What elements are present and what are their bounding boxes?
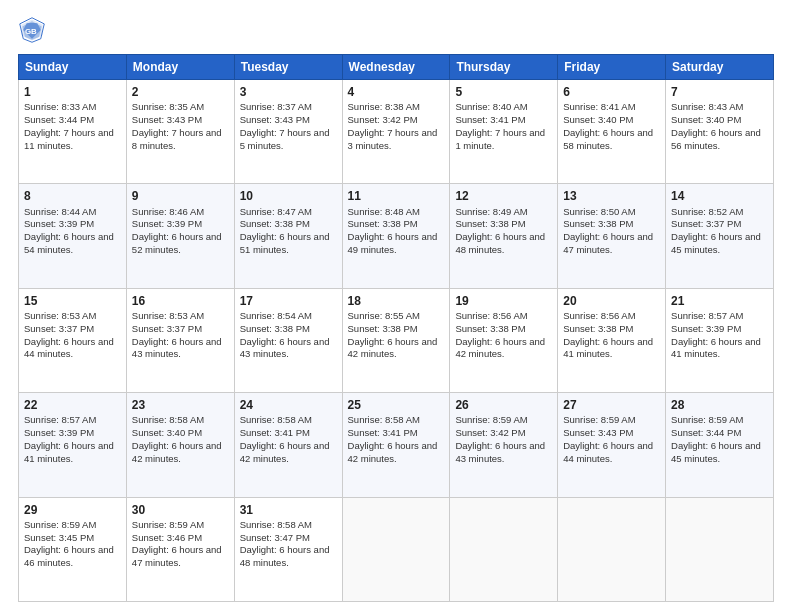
daylight: Daylight: 7 hours and 8 minutes. <box>132 127 222 151</box>
sunrise: Sunrise: 8:44 AM <box>24 206 96 217</box>
sunrise: Sunrise: 8:58 AM <box>240 414 312 425</box>
sunset: Sunset: 3:38 PM <box>563 323 633 334</box>
sunrise: Sunrise: 8:49 AM <box>455 206 527 217</box>
calendar-cell: 26Sunrise: 8:59 AMSunset: 3:42 PMDayligh… <box>450 393 558 497</box>
calendar-cell <box>450 497 558 601</box>
calendar-cell: 25Sunrise: 8:58 AMSunset: 3:41 PMDayligh… <box>342 393 450 497</box>
calendar-cell: 7Sunrise: 8:43 AMSunset: 3:40 PMDaylight… <box>666 80 774 184</box>
day-number: 18 <box>348 293 445 309</box>
sunrise: Sunrise: 8:59 AM <box>563 414 635 425</box>
sunrise: Sunrise: 8:41 AM <box>563 101 635 112</box>
day-header-friday: Friday <box>558 55 666 80</box>
calendar-cell: 27Sunrise: 8:59 AMSunset: 3:43 PMDayligh… <box>558 393 666 497</box>
calendar-cell: 14Sunrise: 8:52 AMSunset: 3:37 PMDayligh… <box>666 184 774 288</box>
sunset: Sunset: 3:38 PM <box>240 218 310 229</box>
sunset: Sunset: 3:40 PM <box>671 114 741 125</box>
daylight: Daylight: 6 hours and 42 minutes. <box>240 440 330 464</box>
calendar-cell: 12Sunrise: 8:49 AMSunset: 3:38 PMDayligh… <box>450 184 558 288</box>
daylight: Daylight: 6 hours and 51 minutes. <box>240 231 330 255</box>
day-number: 5 <box>455 84 552 100</box>
sunrise: Sunrise: 8:57 AM <box>671 310 743 321</box>
calendar-cell: 1Sunrise: 8:33 AMSunset: 3:44 PMDaylight… <box>19 80 127 184</box>
sunset: Sunset: 3:45 PM <box>24 532 94 543</box>
week-row-2: 8Sunrise: 8:44 AMSunset: 3:39 PMDaylight… <box>19 184 774 288</box>
sunrise: Sunrise: 8:56 AM <box>563 310 635 321</box>
day-number: 23 <box>132 397 229 413</box>
calendar-cell: 21Sunrise: 8:57 AMSunset: 3:39 PMDayligh… <box>666 288 774 392</box>
calendar-cell: 24Sunrise: 8:58 AMSunset: 3:41 PMDayligh… <box>234 393 342 497</box>
day-number: 10 <box>240 188 337 204</box>
daylight: Daylight: 6 hours and 48 minutes. <box>455 231 545 255</box>
sunrise: Sunrise: 8:55 AM <box>348 310 420 321</box>
sunrise: Sunrise: 8:47 AM <box>240 206 312 217</box>
calendar-cell: 8Sunrise: 8:44 AMSunset: 3:39 PMDaylight… <box>19 184 127 288</box>
sunrise: Sunrise: 8:58 AM <box>348 414 420 425</box>
sunset: Sunset: 3:43 PM <box>240 114 310 125</box>
day-number: 19 <box>455 293 552 309</box>
sunrise: Sunrise: 8:59 AM <box>455 414 527 425</box>
calendar-cell <box>558 497 666 601</box>
sunset: Sunset: 3:38 PM <box>348 323 418 334</box>
week-row-5: 29Sunrise: 8:59 AMSunset: 3:45 PMDayligh… <box>19 497 774 601</box>
day-number: 7 <box>671 84 768 100</box>
sunrise: Sunrise: 8:46 AM <box>132 206 204 217</box>
daylight: Daylight: 6 hours and 42 minutes. <box>348 440 438 464</box>
daylight: Daylight: 7 hours and 3 minutes. <box>348 127 438 151</box>
day-number: 1 <box>24 84 121 100</box>
sunset: Sunset: 3:40 PM <box>132 427 202 438</box>
sunset: Sunset: 3:38 PM <box>240 323 310 334</box>
sunrise: Sunrise: 8:56 AM <box>455 310 527 321</box>
calendar-cell: 23Sunrise: 8:58 AMSunset: 3:40 PMDayligh… <box>126 393 234 497</box>
day-header-monday: Monday <box>126 55 234 80</box>
calendar-cell: 6Sunrise: 8:41 AMSunset: 3:40 PMDaylight… <box>558 80 666 184</box>
day-number: 17 <box>240 293 337 309</box>
logo: GB <box>18 16 50 44</box>
calendar-cell: 16Sunrise: 8:53 AMSunset: 3:37 PMDayligh… <box>126 288 234 392</box>
calendar-cell: 5Sunrise: 8:40 AMSunset: 3:41 PMDaylight… <box>450 80 558 184</box>
calendar-cell: 9Sunrise: 8:46 AMSunset: 3:39 PMDaylight… <box>126 184 234 288</box>
calendar-cell: 29Sunrise: 8:59 AMSunset: 3:45 PMDayligh… <box>19 497 127 601</box>
day-header-wednesday: Wednesday <box>342 55 450 80</box>
daylight: Daylight: 6 hours and 47 minutes. <box>563 231 653 255</box>
calendar-cell: 20Sunrise: 8:56 AMSunset: 3:38 PMDayligh… <box>558 288 666 392</box>
sunrise: Sunrise: 8:58 AM <box>240 519 312 530</box>
day-number: 25 <box>348 397 445 413</box>
day-number: 14 <box>671 188 768 204</box>
sunrise: Sunrise: 8:37 AM <box>240 101 312 112</box>
sunrise: Sunrise: 8:43 AM <box>671 101 743 112</box>
sunset: Sunset: 3:41 PM <box>348 427 418 438</box>
page: GB SundayMondayTuesdayWednesdayThursdayF… <box>0 0 792 612</box>
sunset: Sunset: 3:43 PM <box>563 427 633 438</box>
sunrise: Sunrise: 8:53 AM <box>24 310 96 321</box>
week-row-4: 22Sunrise: 8:57 AMSunset: 3:39 PMDayligh… <box>19 393 774 497</box>
day-header-tuesday: Tuesday <box>234 55 342 80</box>
calendar-cell <box>342 497 450 601</box>
daylight: Daylight: 6 hours and 46 minutes. <box>24 544 114 568</box>
day-number: 11 <box>348 188 445 204</box>
calendar-cell: 15Sunrise: 8:53 AMSunset: 3:37 PMDayligh… <box>19 288 127 392</box>
calendar-cell: 31Sunrise: 8:58 AMSunset: 3:47 PMDayligh… <box>234 497 342 601</box>
header: GB <box>18 16 774 44</box>
sunset: Sunset: 3:38 PM <box>563 218 633 229</box>
daylight: Daylight: 6 hours and 43 minutes. <box>240 336 330 360</box>
daylight: Daylight: 6 hours and 43 minutes. <box>132 336 222 360</box>
calendar-cell: 30Sunrise: 8:59 AMSunset: 3:46 PMDayligh… <box>126 497 234 601</box>
calendar-table: SundayMondayTuesdayWednesdayThursdayFrid… <box>18 54 774 602</box>
sunrise: Sunrise: 8:40 AM <box>455 101 527 112</box>
week-row-1: 1Sunrise: 8:33 AMSunset: 3:44 PMDaylight… <box>19 80 774 184</box>
daylight: Daylight: 7 hours and 5 minutes. <box>240 127 330 151</box>
daylight: Daylight: 7 hours and 1 minute. <box>455 127 545 151</box>
daylight: Daylight: 6 hours and 45 minutes. <box>671 440 761 464</box>
svg-text:GB: GB <box>25 27 37 36</box>
sunset: Sunset: 3:44 PM <box>24 114 94 125</box>
daylight: Daylight: 6 hours and 54 minutes. <box>24 231 114 255</box>
calendar-cell: 13Sunrise: 8:50 AMSunset: 3:38 PMDayligh… <box>558 184 666 288</box>
logo-icon: GB <box>18 16 46 44</box>
calendar-cell: 4Sunrise: 8:38 AMSunset: 3:42 PMDaylight… <box>342 80 450 184</box>
calendar-cell: 3Sunrise: 8:37 AMSunset: 3:43 PMDaylight… <box>234 80 342 184</box>
sunrise: Sunrise: 8:33 AM <box>24 101 96 112</box>
sunset: Sunset: 3:39 PM <box>24 427 94 438</box>
sunrise: Sunrise: 8:38 AM <box>348 101 420 112</box>
day-number: 21 <box>671 293 768 309</box>
sunrise: Sunrise: 8:52 AM <box>671 206 743 217</box>
